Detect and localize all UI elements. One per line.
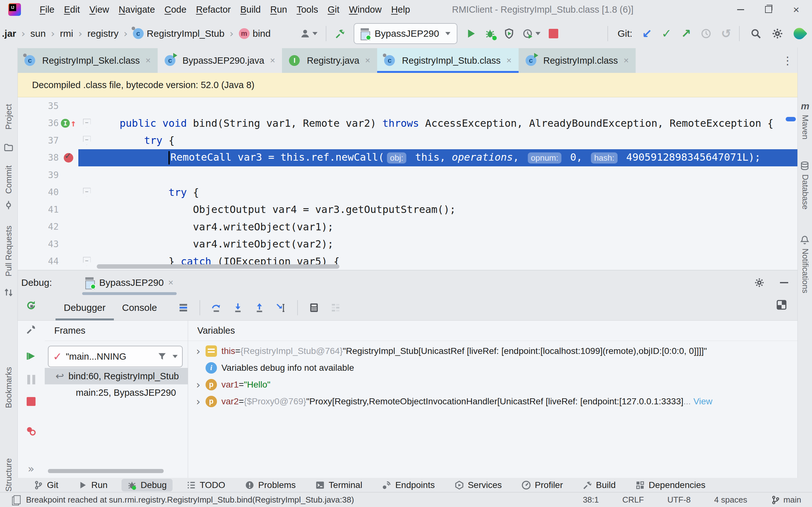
more-actions-chevrons[interactable]: » <box>17 462 45 475</box>
debug-settings-button[interactable] <box>755 278 764 287</box>
analyze-stack-icon[interactable] <box>330 302 341 313</box>
run-to-cursor-icon[interactable] <box>275 302 287 313</box>
tab-debugger[interactable]: Debugger <box>55 295 114 320</box>
evaluate-expression-icon[interactable] <box>309 302 319 313</box>
profiler-button[interactable] <box>523 28 541 39</box>
breakpoint-icon[interactable] <box>64 153 73 163</box>
debug-session-tab[interactable]: BypassJEP290 × <box>82 270 177 295</box>
frames-scrollbar[interactable] <box>48 469 164 473</box>
debug-settings-wrench-button[interactable] <box>17 324 45 335</box>
toolwindow-button-todo[interactable]: TODO <box>181 479 231 492</box>
pause-button[interactable] <box>17 375 45 384</box>
breadcrumb-item-bind[interactable]: mbind <box>239 28 271 39</box>
toolwindow-button-profiler[interactable]: Profiler <box>516 479 569 492</box>
step-over-icon[interactable] <box>211 302 222 313</box>
menu-item-code[interactable]: Code <box>160 4 191 15</box>
menu-item-run[interactable]: Run <box>265 4 292 15</box>
menu-item-window[interactable]: Window <box>344 4 386 15</box>
menu-item-tools[interactable]: Tools <box>292 4 323 15</box>
toolwindow-button-terminal[interactable]: Terminal <box>310 479 368 492</box>
stripe-item-maven[interactable]: Maven <box>800 115 810 139</box>
toolwindow-button-services[interactable]: Services <box>449 479 507 492</box>
step-into-icon[interactable] <box>233 302 243 313</box>
breadcrumb-item-registry[interactable]: registry <box>87 28 118 39</box>
git-update-icon[interactable]: ↙ <box>642 27 652 40</box>
close-tab-icon[interactable]: × <box>270 55 275 66</box>
tab-registryimpl-class[interactable]: cRegistryImpl.class× <box>519 48 636 73</box>
more-tabs-kebab-icon[interactable]: ⋮ <box>782 48 793 73</box>
toolwindow-button-dependencies[interactable]: Dependencies <box>629 479 711 492</box>
menu-item-git[interactable]: Git <box>323 4 344 15</box>
tab-registry-java[interactable]: IRegistry.java× <box>282 48 377 73</box>
breadcrumb-item-sun[interactable]: sun <box>31 28 46 39</box>
breadcrumb-item-rmi[interactable]: rmi <box>60 28 73 39</box>
run-configuration-select[interactable]: BypassJEP290 <box>354 23 457 44</box>
variable-row[interactable]: ›this = {RegistryImpl_Stub@764} "Registr… <box>188 343 798 359</box>
git-push-icon[interactable]: ↗ <box>681 27 691 40</box>
menu-item-help[interactable]: Help <box>386 4 415 15</box>
encoding-indicator[interactable]: UTF-8 <box>667 495 691 505</box>
horizontal-scrollbar[interactable] <box>97 264 339 269</box>
toolwindow-button-problems[interactable]: Problems <box>239 479 301 492</box>
caret-position[interactable]: 38:1 <box>583 495 599 505</box>
stripe-item-notifications[interactable]: Notifications <box>800 248 810 293</box>
frame-row[interactable]: ↩bind:60, RegistryImpl_Stub <box>45 368 188 384</box>
hide-panel-icon[interactable] <box>780 282 788 283</box>
toolwindow-button-debug[interactable]: Debug <box>121 479 172 492</box>
close-session-icon[interactable]: × <box>168 278 173 288</box>
view-link[interactable]: View <box>693 396 712 406</box>
tab-console[interactable]: Console <box>114 295 165 320</box>
stripe-item-commit[interactable]: Commit <box>4 165 14 194</box>
code-editor[interactable]: 3536I↑−public void bind(String var1, Rem… <box>17 97 798 270</box>
stripe-item-project[interactable]: Project <box>4 104 14 130</box>
minimize-icon[interactable] <box>737 9 744 10</box>
view-breakpoints-button[interactable] <box>17 426 45 436</box>
breadcrumb-item-jar[interactable]: .jar <box>2 28 16 39</box>
toolwindow-button-endpoints[interactable]: Endpoints <box>376 479 441 492</box>
run-button[interactable] <box>466 28 476 39</box>
expand-chevron-icon[interactable]: › <box>193 378 204 391</box>
fold-marker-icon[interactable]: − <box>83 257 91 266</box>
fold-marker-icon[interactable]: − <box>83 119 91 128</box>
git-branch-widget[interactable]: main <box>771 495 801 505</box>
filter-funnel-icon[interactable] <box>157 352 167 361</box>
line-ending-indicator[interactable]: CRLF <box>622 495 644 505</box>
debug-button[interactable] <box>485 28 496 39</box>
tab-bypassjep290-java[interactable]: cBypassJEP290.java× <box>158 48 282 73</box>
variable-row[interactable]: iVariables debug info not available <box>188 359 798 376</box>
variable-row[interactable]: ›pvar1 = "Hello" <box>188 376 798 393</box>
frame-row[interactable]: main:25, BypassJEP290 <box>45 384 188 401</box>
step-out-icon[interactable] <box>254 302 265 313</box>
tab-registryimpl-stub-class[interactable]: cRegistryImpl_Stub.class× <box>377 48 518 73</box>
variable-row[interactable]: ›pvar2 = {$Proxy0@769} "Proxy[Registry,R… <box>188 393 798 410</box>
close-tab-icon[interactable]: × <box>506 55 511 66</box>
toolwindow-button-build[interactable]: Build <box>577 479 621 492</box>
menu-item-refactor[interactable]: Refactor <box>191 4 236 15</box>
stop-button[interactable] <box>17 397 45 406</box>
search-everywhere-button[interactable] <box>751 28 761 39</box>
expand-chevron-icon[interactable]: › <box>193 395 204 408</box>
tab-registryimpl-skel-class[interactable]: cRegistryImpl_Skel.class× <box>17 48 158 73</box>
fold-marker-icon[interactable]: − <box>83 136 91 145</box>
toolwindow-button-run[interactable]: Run <box>72 479 113 492</box>
stop-button[interactable] <box>549 29 558 38</box>
stripe-item-bookmarks[interactable]: Bookmarks <box>4 367 14 408</box>
menu-item-file[interactable]: File <box>35 4 59 15</box>
toolwindow-button-git[interactable]: Git <box>28 479 64 492</box>
menu-item-build[interactable]: Build <box>236 4 266 15</box>
history-icon[interactable] <box>701 28 711 39</box>
menu-item-navigate[interactable]: Navigate <box>114 4 159 15</box>
close-tab-icon[interactable]: × <box>146 55 151 66</box>
settings-button[interactable] <box>772 28 783 39</box>
threads-view-icon[interactable] <box>178 302 189 313</box>
git-commit-check-icon[interactable]: ✓ <box>662 27 672 40</box>
maven-icon[interactable]: m <box>801 101 809 112</box>
thread-selector[interactable]: ✓ "main...NNING <box>48 346 183 367</box>
indent-indicator[interactable]: 4 spaces <box>714 495 747 505</box>
user-account-button[interactable] <box>300 28 317 39</box>
rollback-icon[interactable]: ↺ <box>721 27 731 40</box>
rerun-button[interactable] <box>17 300 45 311</box>
close-tab-icon[interactable]: × <box>623 55 629 66</box>
implements-gutter-icon[interactable]: I <box>61 119 70 128</box>
close-icon[interactable]: × <box>793 4 799 15</box>
